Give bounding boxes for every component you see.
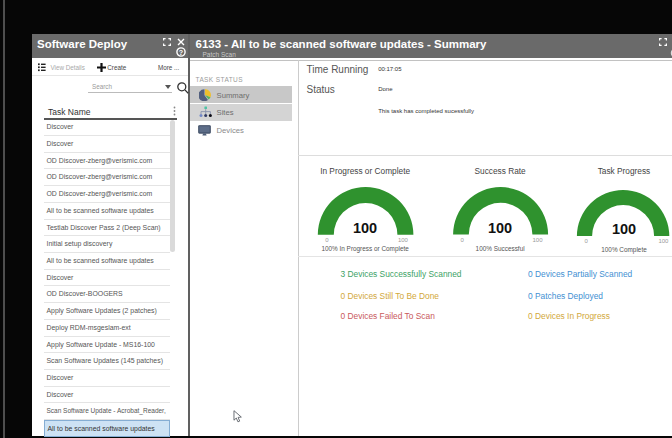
svg-text:?: ?	[178, 48, 182, 57]
